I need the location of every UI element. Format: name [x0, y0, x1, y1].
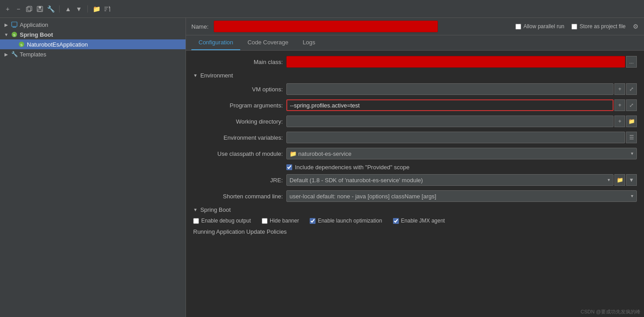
svg-rect-4 — [38, 9, 42, 11]
shorten-cmd-select[interactable]: user-local default: none - java [options… — [286, 190, 637, 202]
sidebar-item-spring-boot[interactable]: ▼ S Spring Boot — [0, 30, 186, 39]
store-as-project-file-checkbox[interactable] — [571, 24, 577, 30]
main-class-input-redacted[interactable] — [286, 56, 625, 68]
enable-jmx-agent-label[interactable]: Enable JMX agent — [393, 218, 445, 224]
environment-variables-input-group: ☰ — [286, 132, 637, 143]
name-label: Name: — [191, 23, 208, 30]
program-arguments-fullscreen-button[interactable]: ⤢ — [626, 99, 637, 111]
sidebar-item-application[interactable]: ▶ Application — [0, 20, 186, 30]
environment-variables-label: Environment variables: — [193, 134, 283, 141]
jre-label: JRE: — [193, 177, 283, 184]
enable-launch-optimization-label[interactable]: Enable launch optimization — [310, 218, 382, 224]
main-class-label: Main class: — [193, 59, 283, 65]
main-class-input-group: ... — [286, 56, 637, 68]
environment-section-header: ▼ Environment — [193, 72, 637, 79]
save-icon[interactable] — [36, 5, 44, 13]
working-directory-input[interactable] — [286, 116, 614, 127]
config-panel: Main class: ... ▼ Environment VM options… — [186, 51, 644, 307]
jre-row: JRE: Default (1.8 - SDK of 'naturobot-es… — [193, 174, 637, 186]
up-icon[interactable]: ▲ — [64, 5, 72, 13]
include-deps-row: Include dependencies with "Provided" sco… — [193, 164, 637, 171]
sidebar-item-label-naturobot: NaturobotEsApplication — [27, 41, 88, 48]
hide-banner-label[interactable]: Hide banner — [262, 218, 299, 224]
hide-banner-checkbox[interactable] — [262, 218, 268, 224]
options-area: Allow parallel run Store as project file… — [515, 23, 639, 30]
chevron-down-icon: ▼ — [4, 32, 9, 37]
program-arguments-input-group: + ⤢ — [286, 99, 637, 111]
svg-text:S: S — [13, 33, 15, 37]
program-arguments-row: Program arguments: + ⤢ — [193, 99, 637, 111]
svg-rect-9 — [12, 22, 17, 26]
tabs: Configuration Code Coverage Logs — [186, 35, 644, 51]
working-directory-expand-button[interactable]: + — [614, 116, 625, 127]
program-arguments-expand-button[interactable]: + — [614, 99, 625, 111]
store-as-project-file-label[interactable]: Store as project file — [571, 23, 626, 30]
environment-variables-browse-button[interactable]: ☰ — [626, 132, 637, 143]
program-arguments-label: Program arguments: — [193, 102, 283, 109]
sidebar-item-templates[interactable]: ▶ 🔧 Templates — [0, 49, 186, 59]
use-classpath-row: Use classpath of module: 📁 naturobot-es-… — [193, 148, 637, 159]
enable-launch-optimization-checkbox[interactable] — [310, 218, 316, 224]
include-deps-checkbox[interactable] — [286, 164, 292, 170]
watermark: CSDN @要成功先发疯的峰 — [186, 307, 644, 317]
working-directory-input-group: + 📁 — [286, 116, 637, 127]
main-content: ▶ Application ▼ S Spring Boot S Naturobo… — [0, 18, 644, 317]
vm-options-expand-button[interactable]: + — [614, 83, 625, 95]
chevron-right-templates-icon: ▶ — [4, 51, 9, 57]
environment-variables-row: Environment variables: ☰ — [193, 132, 637, 143]
separator-1 — [59, 5, 60, 13]
enable-debug-output-checkbox[interactable] — [193, 218, 199, 224]
tab-configuration[interactable]: Configuration — [191, 35, 240, 50]
tab-logs[interactable]: Logs — [295, 35, 322, 50]
spring-boot-section-header: ▼ Spring Boot — [193, 206, 637, 213]
jre-select[interactable]: Default (1.8 - SDK of 'naturobot-es-serv… — [286, 174, 614, 186]
sidebar-item-naturobot[interactable]: S NaturobotEsApplication — [0, 39, 186, 49]
enable-jmx-agent-checkbox[interactable] — [393, 218, 399, 224]
use-classpath-label: Use classpath of module: — [193, 150, 283, 157]
separator-2 — [87, 5, 88, 13]
sort-icon[interactable] — [103, 5, 111, 13]
name-input-redacted[interactable] — [214, 21, 438, 32]
spring-boot-triangle-icon[interactable]: ▼ — [193, 207, 198, 212]
svg-rect-3 — [39, 6, 41, 9]
down-icon[interactable]: ▼ — [75, 5, 83, 13]
vm-options-input[interactable] — [286, 83, 614, 95]
allow-parallel-run-label[interactable]: Allow parallel run — [515, 23, 564, 30]
enable-debug-output-label[interactable]: Enable debug output — [193, 218, 251, 224]
add-icon[interactable]: + — [4, 5, 12, 13]
shorten-cmd-label: Shorten command line: — [193, 193, 283, 200]
remove-icon[interactable]: − — [14, 5, 22, 13]
running-app-update-label: Running Application Update Policies — [193, 228, 287, 235]
copy-icon[interactable] — [25, 5, 33, 13]
toolbar-left: + − 🔧 ▲ ▼ 📁 — [4, 5, 111, 13]
running-app-update-row: Running Application Update Policies — [193, 228, 637, 235]
program-arguments-input[interactable] — [286, 99, 614, 111]
use-classpath-select[interactable]: 📁 naturobot-es-service — [286, 148, 637, 159]
sidebar-item-label-templates: Templates — [20, 51, 46, 58]
main-class-browse-button[interactable]: ... — [626, 56, 637, 68]
jre-input-group: Default (1.8 - SDK of 'naturobot-es-serv… — [286, 174, 637, 186]
sidebar: ▶ Application ▼ S Spring Boot S Naturobo… — [0, 18, 186, 317]
chevron-right-icon: ▶ — [4, 22, 9, 27]
folder-icon[interactable]: 📁 — [92, 5, 100, 13]
spring-checkboxes: Enable debug output Hide banner Enable l… — [193, 218, 637, 224]
vm-options-input-group: + ⤢ — [286, 83, 637, 95]
gear-icon[interactable]: ⚙ — [633, 23, 639, 30]
vm-options-label: VM options: — [193, 86, 283, 93]
vm-options-fullscreen-button[interactable]: ⤢ — [626, 83, 637, 95]
jre-browse-button[interactable]: 📁 — [614, 174, 625, 186]
wrench-icon[interactable]: 🔧 — [47, 5, 55, 13]
application-icon — [11, 21, 18, 28]
templates-icon: 🔧 — [11, 51, 18, 58]
jre-select-wrapper: Default (1.8 - SDK of 'naturobot-es-serv… — [286, 174, 614, 186]
svg-text:S: S — [20, 43, 22, 47]
shorten-cmd-row: Shorten command line: user-local default… — [193, 190, 637, 202]
spring-boot-icon: S — [11, 31, 18, 38]
jre-dropdown-button[interactable]: ▼ — [626, 174, 637, 186]
working-directory-label: Working directory: — [193, 118, 283, 125]
tab-code-coverage[interactable]: Code Coverage — [240, 35, 295, 50]
allow-parallel-run-checkbox[interactable] — [515, 24, 521, 30]
environment-variables-input[interactable] — [286, 132, 625, 143]
environment-triangle-icon[interactable]: ▼ — [193, 73, 198, 78]
working-directory-browse-button[interactable]: 📁 — [626, 116, 637, 127]
